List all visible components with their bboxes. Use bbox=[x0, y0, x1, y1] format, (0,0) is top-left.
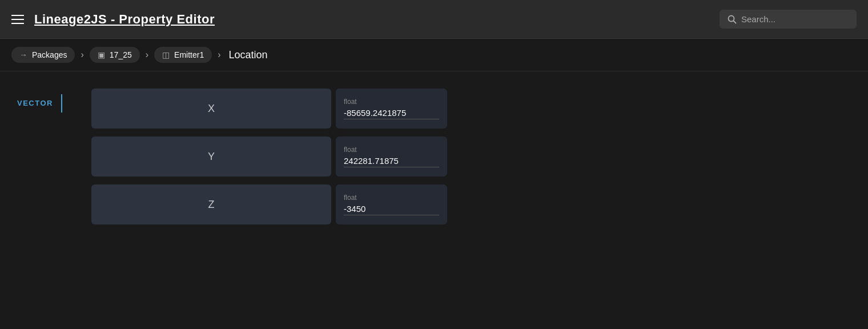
breadcrumb-emitter1[interactable]: ◫ Emitter1 bbox=[154, 47, 212, 63]
breadcrumb-chevron-3: › bbox=[218, 50, 220, 60]
breadcrumb: → Packages › ▣ 17_25 › ◫ Emitter1 › Loca… bbox=[0, 39, 868, 71]
svg-line-1 bbox=[734, 21, 736, 23]
field-input-x[interactable] bbox=[344, 108, 439, 119]
field-value-box-x: float bbox=[336, 89, 447, 129]
field-label-z: Z bbox=[91, 184, 331, 224]
breadcrumb-packages-label: Packages bbox=[32, 50, 67, 59]
breadcrumb-17-25[interactable]: ▣ 17_25 bbox=[90, 47, 140, 63]
file-icon: ▣ bbox=[98, 50, 105, 59]
field-row-x: X float bbox=[91, 89, 868, 129]
app-title: Lineage2JS - Property Editor bbox=[34, 12, 215, 27]
packages-icon: → bbox=[19, 50, 27, 59]
field-label-y: Y bbox=[91, 137, 331, 176]
field-row-y: Y float bbox=[91, 137, 868, 176]
breadcrumb-17-25-label: 17_25 bbox=[110, 50, 132, 59]
search-container bbox=[720, 10, 857, 29]
field-value-box-z: float bbox=[336, 184, 447, 224]
main-content: VECTOR X float Y float Z bbox=[0, 71, 868, 242]
field-row-z: Z float bbox=[91, 184, 868, 224]
field-type-x: float bbox=[344, 98, 439, 106]
vector-label-container: VECTOR bbox=[0, 83, 91, 230]
breadcrumb-current: Location bbox=[227, 49, 268, 61]
field-type-y: float bbox=[344, 146, 439, 154]
search-icon bbox=[728, 15, 737, 24]
vector-label: VECTOR bbox=[17, 94, 62, 113]
field-type-z: float bbox=[344, 194, 439, 202]
search-input[interactable] bbox=[741, 14, 849, 24]
field-value-box-y: float bbox=[336, 137, 447, 176]
menu-icon[interactable] bbox=[11, 15, 24, 24]
breadcrumb-chevron-1: › bbox=[81, 50, 83, 60]
field-input-z[interactable] bbox=[344, 204, 439, 215]
field-input-y[interactable] bbox=[344, 156, 439, 167]
breadcrumb-chevron-2: › bbox=[146, 50, 148, 60]
breadcrumb-emitter1-label: Emitter1 bbox=[174, 50, 204, 59]
header-left: Lineage2JS - Property Editor bbox=[11, 12, 215, 27]
breadcrumb-packages[interactable]: → Packages bbox=[11, 47, 75, 63]
header: Lineage2JS - Property Editor bbox=[0, 0, 868, 39]
fields-container: X float Y float Z float bbox=[91, 83, 868, 230]
emitter-icon: ◫ bbox=[162, 50, 170, 59]
field-label-x: X bbox=[91, 89, 331, 129]
